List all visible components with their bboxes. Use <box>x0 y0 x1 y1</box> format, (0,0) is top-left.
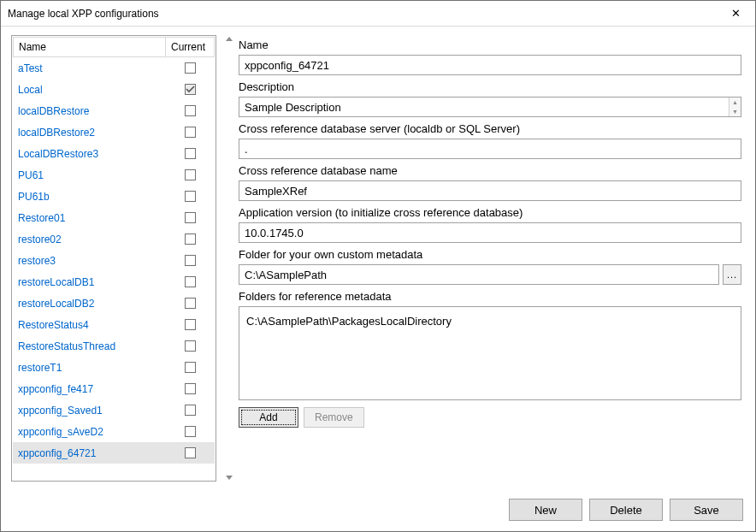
list-row[interactable]: RestoreStatus4 <box>13 314 215 335</box>
config-list: Name Current aTestLocallocalDBRestoreloc… <box>11 35 216 482</box>
new-button[interactable]: New <box>509 499 582 521</box>
close-button[interactable]: ✕ <box>717 1 755 26</box>
current-checkbox[interactable] <box>185 340 196 352</box>
current-checkbox[interactable] <box>185 319 196 330</box>
list-row[interactable]: restore02 <box>13 228 215 250</box>
current-checkbox[interactable] <box>185 405 196 416</box>
row-name: restoreLocalDB1 <box>13 276 165 288</box>
row-name: localDBRestore <box>13 105 165 117</box>
spin-down-icon[interactable]: ▼ <box>729 107 741 116</box>
row-current <box>165 447 215 458</box>
list-row[interactable]: localDBRestore2 <box>13 121 215 143</box>
current-checkbox[interactable] <box>185 362 196 373</box>
add-button[interactable]: Add <box>239 407 298 428</box>
content-area: Name Current aTestLocallocalDBRestoreloc… <box>1 27 755 490</box>
row-current <box>165 255 215 266</box>
row-current <box>165 169 215 180</box>
row-current <box>165 84 215 95</box>
list-row[interactable]: Restore01 <box>13 207 215 228</box>
current-checkbox[interactable] <box>185 127 196 138</box>
description-spinner[interactable]: ▲ ▼ <box>729 98 741 116</box>
list-row[interactable]: xppconfig_64721 <box>13 442 215 464</box>
row-name: restoreT1 <box>13 362 165 374</box>
row-name: restore3 <box>13 255 165 267</box>
footer: New Delete Save <box>1 490 755 531</box>
browse-button[interactable]: ... <box>723 264 741 285</box>
current-checkbox[interactable] <box>185 84 196 95</box>
list-row[interactable]: PU61 <box>13 164 215 186</box>
row-name: restoreLocalDB2 <box>13 298 165 310</box>
list-row[interactable]: Local <box>13 79 215 100</box>
row-name: aTest <box>13 62 165 74</box>
name-input[interactable] <box>239 55 741 75</box>
current-checkbox[interactable] <box>185 426 196 437</box>
custom-metadata-input[interactable] <box>239 264 719 285</box>
list-row[interactable]: RestoreStatusThread <box>13 335 215 357</box>
app-version-input[interactable] <box>239 222 741 243</box>
col-header-name[interactable]: Name <box>13 37 165 57</box>
current-checkbox[interactable] <box>185 212 196 223</box>
label-custom-metadata: Folder for your own custom metadata <box>239 248 741 261</box>
row-current <box>165 319 215 330</box>
list-row[interactable]: xppconfig_fe417 <box>13 378 215 399</box>
list-row[interactable]: restoreLocalDB1 <box>13 271 215 293</box>
current-checkbox[interactable] <box>185 105 196 116</box>
list-row[interactable]: restoreT1 <box>13 357 215 378</box>
list-row[interactable]: xppconfig_sAveD2 <box>13 421 215 442</box>
row-name: LocalDBRestore3 <box>13 148 165 160</box>
current-checkbox[interactable] <box>185 191 196 202</box>
row-name: localDBRestore2 <box>13 127 165 139</box>
remove-button[interactable]: Remove <box>304 407 364 428</box>
row-current <box>165 276 215 287</box>
list-row[interactable]: xppconfig_Saved1 <box>13 399 215 421</box>
row-name: xppconfig_fe417 <box>13 383 165 395</box>
label-app-version: Application version (to initialize cross… <box>239 206 741 219</box>
list-body[interactable]: aTestLocallocalDBRestorelocalDBRestore2L… <box>13 57 215 480</box>
current-checkbox[interactable] <box>185 148 196 159</box>
list-header: Name Current <box>13 37 215 57</box>
save-button[interactable]: Save <box>670 499 743 521</box>
current-checkbox[interactable] <box>185 298 196 309</box>
row-current <box>165 148 215 159</box>
label-xref-db: Cross reference database name <box>239 164 741 177</box>
xref-db-input[interactable] <box>239 180 741 201</box>
list-row[interactable]: restore3 <box>13 250 215 271</box>
current-checkbox[interactable] <box>185 276 196 287</box>
col-header-current[interactable]: Current <box>165 37 215 57</box>
row-name: xppconfig_sAveD2 <box>13 426 165 438</box>
dialog-window: Manage local XPP configurations ✕ Name C… <box>0 0 756 532</box>
delete-button[interactable]: Delete <box>589 499 663 521</box>
row-current <box>165 191 215 202</box>
row-current <box>165 212 215 223</box>
description-input[interactable] <box>239 97 741 117</box>
ref-list-controls: Add Remove <box>239 407 741 428</box>
spin-up-icon[interactable]: ▲ <box>729 98 741 107</box>
current-checkbox[interactable] <box>185 62 196 74</box>
list-row[interactable]: LocalDBRestore3 <box>13 143 215 164</box>
row-name: RestoreStatus4 <box>13 319 165 331</box>
row-name: Restore01 <box>13 212 165 224</box>
xref-server-input[interactable] <box>239 139 741 159</box>
list-row[interactable]: localDBRestore <box>13 100 215 121</box>
splitter[interactable] <box>220 35 239 482</box>
titlebar: Manage local XPP configurations ✕ <box>1 1 755 27</box>
current-checkbox[interactable] <box>185 447 196 458</box>
list-row[interactable]: aTest <box>13 57 215 79</box>
row-name: PU61b <box>13 191 165 203</box>
current-checkbox[interactable] <box>185 233 196 245</box>
list-row[interactable]: PU61b <box>13 186 215 207</box>
chevron-up-icon <box>226 37 233 41</box>
row-current <box>165 383 215 394</box>
ref-metadata-item[interactable]: C:\ASamplePath\PackagesLocalDirectory <box>246 314 734 328</box>
ref-metadata-list[interactable]: C:\ASamplePath\PackagesLocalDirectory <box>239 306 741 400</box>
current-checkbox[interactable] <box>185 255 196 266</box>
row-name: PU61 <box>13 169 165 181</box>
current-checkbox[interactable] <box>185 169 196 180</box>
list-row[interactable]: restoreLocalDB2 <box>13 293 215 314</box>
label-ref-metadata: Folders for reference metadata <box>239 290 741 303</box>
form: Name Description ▲ ▼ Cross reference dat… <box>239 35 741 482</box>
row-name: xppconfig_64721 <box>13 447 165 459</box>
current-checkbox[interactable] <box>185 383 196 394</box>
row-current <box>165 405 215 416</box>
label-xref-server: Cross reference database server (localdb… <box>239 122 741 135</box>
